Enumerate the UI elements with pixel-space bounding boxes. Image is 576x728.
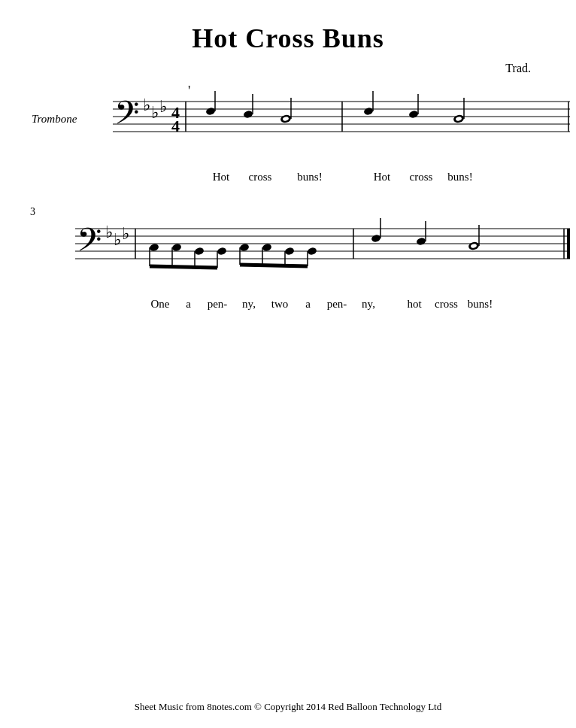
- svg-point-40: [149, 243, 159, 252]
- lyrics-line-1: Hot cross buns! Hot cross buns!: [202, 171, 546, 184]
- lyric-space2: [384, 298, 399, 311]
- svg-point-14: [205, 107, 216, 116]
- lyric-buns2: buns!: [441, 171, 480, 184]
- svg-text:𝄢: 𝄢: [114, 96, 139, 138]
- svg-point-22: [363, 107, 374, 116]
- score-system-1: Trombone 𝄢 ♭ ♭ ♭ 4 4 ': [30, 79, 546, 184]
- lyric-a2: a: [295, 298, 321, 311]
- lyric-buns3: buns!: [463, 298, 497, 311]
- lyric-a1: a: [175, 298, 202, 311]
- composer-label: Trad.: [30, 62, 531, 75]
- svg-text:Trombone: Trombone: [32, 113, 77, 125]
- footer-text: Sheet Music from 8notes.com © Copyright …: [0, 701, 576, 713]
- lyrics-line-2: One a pen- ny, two a pen- ny, hot cross …: [145, 298, 546, 311]
- lyric-ny1: ny,: [233, 298, 265, 311]
- svg-point-42: [171, 243, 182, 252]
- lyric-hot1: Hot: [202, 171, 241, 184]
- svg-point-55: [307, 247, 317, 256]
- staff-svg-2: 𝄢 ♭ ♭ ♭: [30, 206, 571, 296]
- svg-line-57: [240, 265, 308, 266]
- lyric-buns1: buns!: [280, 171, 340, 184]
- svg-point-61: [416, 237, 426, 246]
- svg-point-46: [217, 247, 227, 256]
- svg-point-53: [284, 247, 295, 256]
- lyric-two: two: [265, 298, 295, 311]
- lyric-space1: [340, 171, 362, 184]
- svg-text:♭: ♭: [143, 96, 150, 114]
- page-title: Hot Cross Buns: [30, 23, 546, 54]
- lyric-ny2: ny,: [353, 298, 384, 311]
- lyric-cross2: cross: [402, 171, 441, 184]
- svg-text:4: 4: [171, 117, 180, 135]
- svg-text:♭: ♭: [114, 230, 121, 249]
- lyric-pen1: pen-: [202, 298, 233, 311]
- svg-text:': ': [188, 83, 190, 99]
- lyric-hot3: hot: [399, 298, 429, 311]
- svg-point-16: [243, 110, 253, 119]
- svg-point-59: [371, 234, 381, 243]
- svg-text:♭: ♭: [159, 97, 167, 116]
- staff-svg-1: Trombone 𝄢 ♭ ♭ ♭ 4 4 ': [30, 79, 571, 169]
- score-system-2: 3 𝄢 ♭ ♭ ♭: [30, 206, 546, 311]
- page: Hot Cross Buns Trad. Trombone 𝄢 ♭ ♭ ♭ 4: [0, 0, 576, 728]
- svg-point-44: [194, 247, 205, 256]
- svg-text:𝄢: 𝄢: [77, 223, 102, 265]
- lyric-cross3: cross: [429, 298, 463, 311]
- svg-text:♭: ♭: [122, 224, 129, 243]
- svg-point-49: [239, 243, 250, 252]
- lyric-pen2: pen-: [321, 298, 353, 311]
- lyric-one: One: [145, 298, 175, 311]
- lyric-cross1: cross: [241, 171, 280, 184]
- svg-point-51: [262, 243, 272, 252]
- lyric-hot2: Hot: [362, 171, 402, 184]
- svg-text:♭: ♭: [105, 223, 113, 241]
- svg-text:♭: ♭: [151, 103, 159, 122]
- svg-line-48: [150, 266, 217, 268]
- measure-number-3: 3: [30, 206, 35, 218]
- svg-point-24: [408, 110, 419, 119]
